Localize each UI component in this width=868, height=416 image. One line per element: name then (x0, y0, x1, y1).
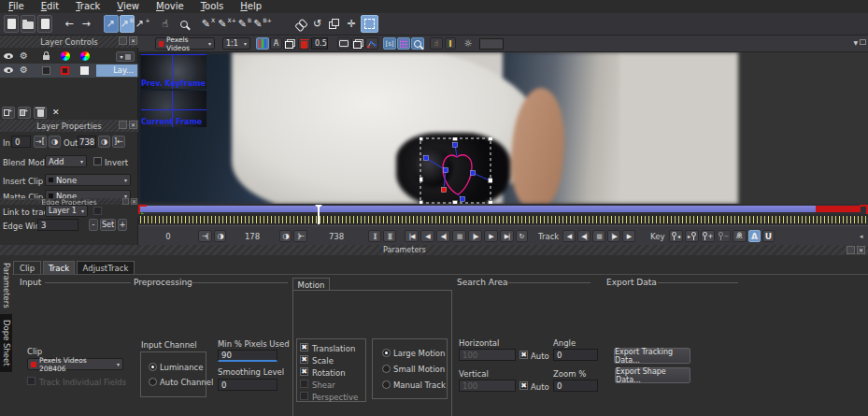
trace-hand-button[interactable]: ☝ (430, 37, 443, 50)
motion-tab[interactable]: Motion (292, 278, 330, 291)
menu-view[interactable]: View (108, 0, 148, 13)
add-keyframe-button[interactable]: + (701, 230, 715, 242)
translation-checkbox[interactable]: ✖ (300, 343, 308, 351)
insert-layer-button[interactable]: + (18, 107, 31, 119)
clip-selector-dropdown[interactable]: Pexels Videos ▾ (155, 37, 215, 50)
delete-layer-button[interactable] (34, 107, 47, 119)
in-point-field[interactable]: 0 (11, 136, 31, 148)
layer-list-options-button[interactable]: ▾ (116, 51, 135, 62)
stop-button[interactable]: ■ (452, 230, 466, 242)
autokey-button[interactable]: A (748, 230, 761, 242)
play-button[interactable]: ▶ (484, 230, 498, 242)
perspective-checkbox[interactable] (300, 392, 308, 400)
close-icon[interactable]: ✕ (129, 121, 137, 129)
brightness-button[interactable]: ☼ (462, 37, 475, 50)
spline-shape[interactable] (443, 155, 472, 194)
small-motion-radio[interactable] (382, 365, 391, 373)
add-bezier-tool-button[interactable]: ✎B+ (254, 15, 271, 33)
close-icon[interactable]: ✕ (131, 198, 137, 205)
rotate-tool-button[interactable]: ↺ (309, 15, 325, 33)
layer-controls-titlebar[interactable]: Layer Controls ✕ (0, 36, 138, 48)
track-forward-button[interactable]: ▶ (622, 230, 635, 242)
zoom-tool-button[interactable] (176, 15, 192, 33)
edge-width-field[interactable]: 3 (37, 219, 78, 231)
menu-track[interactable]: Track (67, 0, 108, 13)
select-bezier-tool-button[interactable]: ↖B (120, 15, 135, 33)
in-interp-button[interactable]: ◑ (49, 136, 61, 148)
set-in-point-button[interactable]: →[ (34, 136, 47, 148)
edge-width-set-button[interactable]: Set (100, 219, 116, 231)
stabilize-view-button[interactable]: [s] (383, 37, 396, 50)
blend-mode-dropdown[interactable]: Add ▾ (45, 155, 87, 167)
tab-track[interactable]: Track (43, 261, 75, 274)
undock-icon[interactable] (119, 121, 127, 129)
selected-control-point[interactable] (442, 188, 447, 193)
mask-opacity-field[interactable]: 0.5 (311, 37, 328, 50)
undock-icon[interactable] (122, 198, 129, 205)
layer-row[interactable]: ⚙ Lay... (0, 64, 138, 78)
invert-checkbox[interactable] (93, 157, 102, 165)
parameters-titlebar[interactable]: Parameters ✕ (0, 245, 868, 255)
set-out-point-button[interactable]: ]← (112, 136, 125, 148)
layer-surface-color-swatch[interactable] (80, 66, 89, 75)
step-forward-button[interactable]: |▶ (468, 230, 482, 242)
zoom-percent-field[interactable]: 0 (553, 380, 598, 392)
timeline-in-value[interactable]: 0 (161, 232, 176, 241)
edge-width-increment-button[interactable]: + (118, 219, 127, 231)
clip-dropdown[interactable]: Pexels Videos 208406 ▾ (27, 358, 123, 370)
zoom-timeline-out-button[interactable]: ]|[ (383, 230, 396, 242)
alpha-view-button[interactable]: A (270, 37, 282, 50)
add-xspline-tool-button[interactable]: ✎X+ (219, 15, 235, 33)
export-tracking-data-button[interactable]: Export Tracking Data... (614, 348, 690, 364)
layer-spline-color-swatch[interactable] (61, 66, 69, 75)
undo-button[interactable]: ← (62, 15, 77, 33)
out-interp-button[interactable]: ◑ (98, 136, 110, 148)
move-tool-button[interactable]: ✛ (343, 15, 360, 33)
out-interp-button[interactable]: ◑ (279, 230, 292, 242)
redo-button[interactable]: → (78, 15, 93, 33)
scale-tool-button[interactable] (326, 15, 342, 33)
show-full-view-button[interactable] (337, 37, 350, 50)
zoom-timeline-in-button[interactable]: ][ (368, 230, 381, 242)
manual-track-radio[interactable] (382, 380, 391, 389)
out-point-field[interactable]: 738 (78, 136, 96, 148)
spline-control-points[interactable] (424, 143, 476, 202)
insert-clip-dropdown[interactable]: None ▾ (45, 174, 131, 186)
surface-tool-button[interactable]: I (445, 37, 456, 50)
viewer-canvas[interactable]: Prev. Keyframe Current Frame (138, 52, 868, 204)
menu-file[interactable]: File (0, 0, 33, 13)
delete-keyframe-button[interactable]: − (717, 230, 731, 242)
horizontal-auto-checkbox[interactable]: ✖ (519, 351, 528, 359)
mask-overlay-button[interactable] (298, 37, 310, 50)
menu-movie[interactable]: Movie (148, 0, 192, 13)
play-backward-button[interactable]: ◀ (420, 230, 434, 242)
track-one-back-button[interactable]: ◀| (577, 230, 591, 242)
current-frame-value[interactable]: 178 (239, 232, 265, 241)
go-to-start-button[interactable]: |◀ (405, 230, 419, 242)
side-tab-dope-sheet[interactable]: Dope Sheet (0, 314, 12, 372)
min-pixels-field[interactable]: 90 (218, 350, 277, 362)
loop-button[interactable]: ↻ (516, 230, 528, 242)
show-grid-button[interactable] (397, 37, 410, 50)
goto-in-button[interactable]: →[ (198, 230, 212, 242)
menu-help[interactable]: Help (232, 0, 270, 13)
scale-checkbox[interactable]: ✖ (300, 355, 308, 364)
close-icon[interactable]: ✕ (129, 36, 137, 45)
layer-lock-checkbox[interactable] (42, 66, 50, 75)
menu-edit[interactable]: Edit (33, 0, 67, 13)
timeline-out-value[interactable]: 738 (323, 232, 349, 241)
large-motion-radio[interactable] (382, 349, 391, 357)
vertical-auto-checkbox[interactable]: ✖ (519, 381, 528, 390)
track-backward-button[interactable]: ◀ (562, 230, 576, 242)
select-tool-button[interactable]: ↖ (104, 15, 119, 33)
uber-key-button[interactable]: U (762, 230, 775, 242)
auto-channel-radio[interactable] (149, 378, 157, 386)
vertical-field[interactable]: 100 (459, 380, 516, 392)
new-layer-button[interactable]: + (2, 107, 15, 119)
luminance-radio[interactable] (149, 363, 157, 371)
close-icon[interactable]: ✕ (857, 246, 865, 254)
layer-visibility-toggle[interactable] (4, 67, 13, 73)
menu-tools[interactable]: Tools (192, 0, 233, 13)
expand-icon[interactable]: ✕ (52, 108, 60, 117)
layer-gear-icon[interactable]: ⚙ (20, 65, 28, 75)
